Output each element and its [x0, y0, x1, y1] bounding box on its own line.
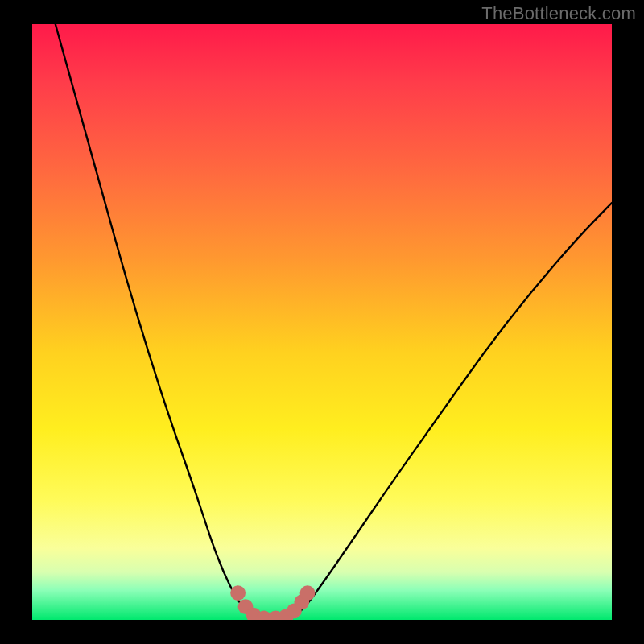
- bottleneck-curve: [56, 24, 612, 620]
- valley-marker: [300, 585, 316, 601]
- plot-area: [32, 24, 612, 620]
- chart-frame: TheBottleneck.com: [0, 0, 644, 644]
- curve-layer: [32, 24, 612, 620]
- watermark-text: TheBottleneck.com: [481, 3, 636, 24]
- valley-marker: [230, 585, 246, 601]
- valley-marker-group: [230, 585, 315, 620]
